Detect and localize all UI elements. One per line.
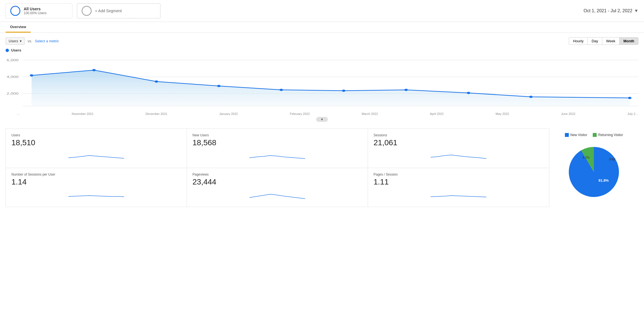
svg-point-11 (217, 85, 220, 87)
svg-point-14 (404, 89, 408, 91)
metric-card-pageviews: Pageviews 23,444 (187, 168, 368, 207)
metric-name-sessions: Sessions (374, 133, 543, 137)
x-label-9: July 2… (627, 112, 638, 115)
metric-value-pageviews: 23,444 (192, 178, 362, 186)
metric-name-pageviews: Pageviews (192, 173, 362, 176)
chart-legend: Users (6, 48, 638, 52)
metric-value-sessions-per-user: 1.14 (11, 178, 181, 186)
x-axis-labels: … November 2021 December 2021 January 20… (6, 111, 638, 115)
svg-text:6,000: 6,000 (7, 58, 19, 62)
date-range[interactable]: Oct 1, 2021 - Jul 2, 2022 ▼ (584, 8, 638, 13)
x-label-5: March 2022 (362, 112, 378, 115)
time-btn-month[interactable]: Month (619, 37, 638, 45)
mini-chart-sessions (374, 149, 543, 161)
legend-green-dot (593, 133, 597, 137)
metric-card-new-users: New Users 18,568 (187, 129, 368, 168)
metric-name-sessions-per-user: Number of Sessions per User (11, 173, 181, 176)
top-bar: All Users 100.00% Users + Add Segment Oc… (0, 0, 644, 22)
x-label-8: June 2022 (561, 112, 575, 115)
metric-card-sessions-per-user: Number of Sessions per User 1.14 (6, 168, 187, 207)
legend-new-visitor-label: New Visitor (570, 133, 587, 137)
july-label: July (609, 157, 615, 161)
divider-bar: ▼ (6, 116, 638, 123)
mini-chart-users (11, 149, 181, 161)
svg-point-8 (30, 74, 33, 77)
select-metric-link[interactable]: Select a metric (35, 39, 59, 43)
time-buttons: Hourly Day Week Month (569, 37, 638, 45)
chart-svg: 6,000 4,000 2,000 (6, 55, 638, 110)
metric-btn-label: Users (9, 39, 18, 43)
metric-selector: Users ▾ vs. Select a metric (6, 37, 59, 45)
x-label-2: December 2021 (145, 112, 167, 115)
tab-overview[interactable]: Overview (6, 22, 31, 33)
time-btn-week[interactable]: Week (602, 37, 619, 45)
legend-blue-dot (565, 133, 569, 137)
metric-card-sessions: Sessions 21,061 (368, 129, 549, 168)
tab-bar: Overview (0, 22, 644, 33)
metric-name-users: Users (11, 133, 181, 137)
x-label-6: April 2022 (430, 112, 444, 115)
line-chart: 6,000 4,000 2,000 … Novemb (6, 55, 638, 116)
metric-name-pages-session: Pages / Session (374, 173, 543, 176)
svg-marker-7 (31, 70, 630, 106)
metrics-row: Users 18,510 New Users 18,568 Sessions 2… (0, 123, 644, 207)
svg-point-13 (342, 90, 345, 92)
svg-point-16 (529, 96, 533, 98)
metric-value-pages-session: 1.11 (374, 178, 543, 186)
x-label-4: February 2022 (290, 112, 310, 115)
metric-value-new-users: 18,568 (192, 138, 362, 147)
pie-legend-returning-visitor: Returning Visitor (593, 133, 623, 137)
mini-chart-pages-session (374, 189, 543, 200)
add-segment-icon (82, 6, 92, 16)
pie-chart: 91.8% 8.2% July (563, 141, 625, 203)
chart-controls: Users ▾ vs. Select a metric Hourly Day W… (6, 37, 638, 45)
chart-metric-label: Users (11, 48, 21, 52)
date-range-text: Oct 1, 2021 - Jul 2, 2022 (584, 8, 632, 13)
svg-point-12 (279, 89, 283, 91)
legend-returning-visitor-label: Returning Visitor (598, 133, 623, 137)
date-range-arrow-icon: ▼ (634, 8, 638, 13)
svg-point-10 (155, 80, 158, 83)
chart-area: Users ▾ vs. Select a metric Hourly Day W… (0, 33, 644, 123)
add-segment-label: + Add Segment (95, 9, 122, 13)
metric-card-users: Users 18,510 (6, 129, 187, 168)
pie-section: New Visitor Returning Visitor (549, 129, 638, 207)
svg-text:8.2%: 8.2% (582, 156, 589, 159)
svg-point-15 (467, 92, 470, 94)
time-btn-day[interactable]: Day (587, 37, 602, 45)
svg-text:4,000: 4,000 (7, 75, 19, 78)
mini-chart-sessions-per-user (11, 189, 181, 200)
add-segment-box[interactable]: + Add Segment (77, 3, 160, 18)
svg-point-17 (628, 97, 631, 99)
x-label-0: … (17, 112, 20, 115)
collapse-btn[interactable]: ▼ (316, 117, 328, 122)
pie-svg: 91.8% 8.2% July (563, 141, 625, 203)
metric-dropdown[interactable]: Users ▾ (6, 37, 25, 45)
svg-point-9 (92, 69, 96, 71)
segments-area: All Users 100.00% Users + Add Segment (6, 3, 584, 18)
mini-chart-new-users (192, 149, 362, 161)
metric-dropdown-icon: ▾ (20, 39, 22, 43)
metric-value-users: 18,510 (11, 138, 181, 147)
metrics-grid: Users 18,510 New Users 18,568 Sessions 2… (6, 129, 549, 207)
legend-dot-icon (6, 49, 9, 52)
x-label-7: May 2022 (496, 112, 509, 115)
metric-card-pages-session: Pages / Session 1.11 (368, 168, 549, 207)
metric-name-new-users: New Users (192, 133, 362, 137)
segment-circle-icon (10, 6, 20, 16)
x-label-3: January 2022 (219, 112, 238, 115)
pie-legend: New Visitor Returning Visitor (565, 133, 623, 137)
vs-label: vs. (28, 39, 32, 43)
mini-chart-pageviews (192, 189, 362, 200)
segment-sub: 100.00% Users (24, 11, 47, 15)
segment-label: All Users (24, 7, 47, 11)
segment-box-all-users[interactable]: All Users 100.00% Users (6, 3, 72, 18)
svg-text:91.8%: 91.8% (599, 178, 609, 183)
metric-value-sessions: 21,061 (374, 138, 543, 147)
x-label-1: November 2021 (72, 112, 94, 115)
segment-text: All Users 100.00% Users (24, 7, 47, 15)
time-btn-hourly[interactable]: Hourly (569, 37, 588, 45)
svg-text:2,000: 2,000 (7, 92, 19, 95)
pie-legend-new-visitor: New Visitor (565, 133, 587, 137)
